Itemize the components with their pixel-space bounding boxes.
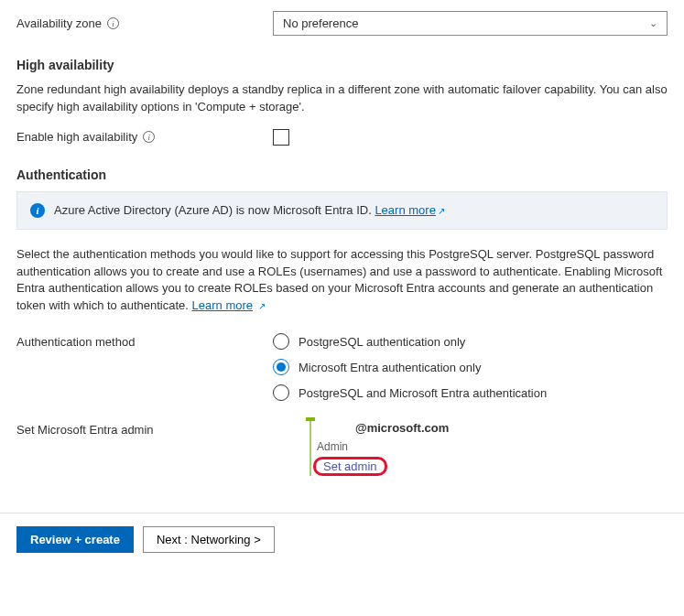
set-admin-label: Set Microsoft Entra admin [16,423,154,437]
admin-role: Admin [311,440,668,453]
info-banner: i Azure Active Directory (Azure AD) is n… [16,191,668,230]
radio-icon [273,333,289,350]
availability-zone-value: No preference [283,16,358,30]
info-icon[interactable]: i [107,17,119,29]
review-create-button[interactable]: Review + create [16,526,134,553]
auth-learn-more-link[interactable]: Learn more [192,298,253,312]
radio-icon [273,359,289,375]
info-icon[interactable]: i [143,131,155,143]
banner-text: Azure Active Directory (Azure AD) is now… [54,203,375,217]
radio-icon [273,384,289,401]
admin-email: @microsoft.com [311,421,668,435]
auth-option-postgresql-only[interactable]: PostgreSQL authentication only [273,333,668,350]
availability-zone-select[interactable]: No preference ⌄ [273,11,668,36]
set-admin-link[interactable]: Set admin [316,458,385,475]
external-link-icon: ↗ [438,206,445,216]
accent-mark [306,417,315,421]
radio-label: Microsoft Entra authentication only [299,361,481,374]
info-filled-icon: i [30,203,45,218]
highlight-annotation: Set admin [313,457,387,476]
auth-option-both[interactable]: PostgreSQL and Microsoft Entra authentic… [273,384,668,401]
high-availability-title: High availability [16,58,668,72]
next-networking-button[interactable]: Next : Networking > [143,526,275,553]
chevron-down-icon: ⌄ [649,17,657,29]
auth-method-radiogroup: PostgreSQL authentication only Microsoft… [273,333,668,401]
enable-ha-checkbox[interactable] [273,129,289,146]
auth-method-label: Authentication method [16,335,135,349]
authentication-description: Select the authentication methods you wo… [16,246,668,315]
banner-learn-more-link[interactable]: Learn more [375,203,435,217]
auth-desc-text: Select the authentication methods you wo… [16,247,662,313]
admin-block: @microsoft.com Admin Set admin [309,421,668,476]
authentication-title: Authentication [16,168,668,182]
radio-label: PostgreSQL and Microsoft Entra authentic… [299,386,547,400]
high-availability-description: Zone redundant high availability deploys… [16,81,668,116]
external-link-icon: ↗ [258,301,266,311]
radio-label: PostgreSQL authentication only [299,335,465,349]
auth-option-entra-only[interactable]: Microsoft Entra authentication only [273,359,668,375]
enable-ha-label: Enable high availability [16,130,137,144]
availability-zone-label: Availability zone [16,16,102,30]
footer-bar: Review + create Next : Networking > [0,513,684,566]
